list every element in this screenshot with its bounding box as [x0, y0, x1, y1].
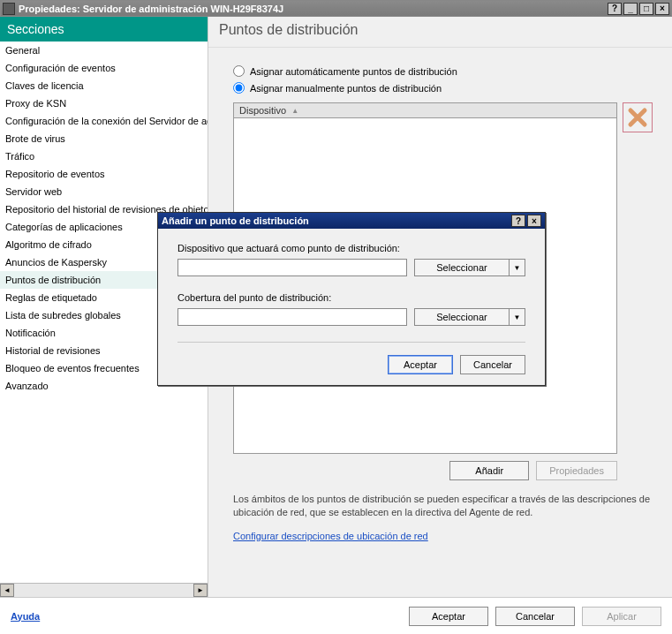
ok-button[interactable]: Aceptar	[409, 607, 488, 626]
scroll-right-button[interactable]: ►	[193, 584, 208, 597]
sidebar-scrollbar[interactable]: ◄ ►	[0, 583, 208, 597]
dialog-title: Añadir un punto de distribución	[162, 215, 510, 226]
add-button[interactable]: Añadir	[449, 461, 529, 480]
maximize-button[interactable]: □	[639, 3, 653, 15]
apply-button-label: Aplicar	[607, 611, 637, 622]
device-field-label: Dispositivo que actuará como punto de di…	[177, 243, 525, 253]
radio-manual-label: Asignar manualmente puntos de distribuci…	[250, 83, 442, 94]
sidebar-item[interactable]: Claves de licencia	[0, 77, 208, 94]
radio-manual-assign[interactable]: Asignar manualmente puntos de distribuci…	[233, 82, 656, 94]
window-title: Propiedades: Servidor de administración …	[19, 4, 606, 14]
dialog-footer: Ayuda Aceptar Cancelar Aplicar	[0, 597, 672, 634]
sidebar-header: Secciones	[0, 17, 208, 42]
add-distribution-point-dialog: Añadir un punto de distribución ? × Disp…	[157, 212, 546, 386]
dialog-cancel-label: Cancelar	[473, 359, 512, 370]
device-select-label: Seleccionar	[436, 262, 487, 273]
add-button-label: Añadir	[475, 465, 503, 476]
device-select-dropdown[interactable]: ▼	[510, 259, 525, 276]
app-icon	[3, 3, 15, 15]
sidebar-item[interactable]: Tráfico	[0, 147, 208, 165]
scroll-left-button[interactable]: ◄	[0, 584, 14, 597]
radio-manual-input[interactable]	[233, 82, 245, 94]
sidebar-item[interactable]: Servidor web	[0, 183, 208, 200]
device-input[interactable]	[177, 259, 407, 276]
minimize-button[interactable]: _	[623, 3, 638, 15]
help-button[interactable]: ?	[608, 3, 622, 15]
dialog-ok-button[interactable]: Aceptar	[388, 355, 453, 374]
coverage-select-button[interactable]: Seleccionar	[414, 308, 510, 326]
list-column-header[interactable]: Dispositivo ▲	[233, 102, 617, 118]
coverage-select-dropdown[interactable]: ▼	[510, 308, 525, 326]
help-link[interactable]: Ayuda	[11, 611, 40, 622]
configure-link[interactable]: Configurar descripciones de ubicación de…	[233, 531, 428, 541]
sidebar-item[interactable]: Configuración de la conexión del Servido…	[0, 112, 208, 130]
sidebar-item[interactable]: Proxy de KSN	[0, 94, 208, 112]
radio-auto-label: Asignar automáticamente puntos de distri…	[250, 66, 457, 77]
dialog-help-button[interactable]: ?	[511, 215, 525, 227]
properties-button[interactable]: Propiedades	[536, 461, 617, 480]
scroll-track[interactable]	[14, 584, 193, 597]
dialog-titlebar[interactable]: Añadir un punto de distribución ? ×	[158, 213, 545, 229]
sort-indicator-icon: ▲	[291, 107, 298, 115]
separator	[177, 342, 525, 343]
x-icon	[627, 107, 648, 128]
column-device-label: Dispositivo	[239, 105, 286, 116]
dialog-ok-label: Aceptar	[404, 359, 437, 370]
radio-auto-input[interactable]	[233, 65, 245, 77]
coverage-field-label: Cobertura del punto de distribución:	[177, 292, 525, 303]
device-select-button[interactable]: Seleccionar	[414, 259, 510, 276]
coverage-input[interactable]	[177, 308, 407, 326]
sidebar-item[interactable]: Configuración de eventos	[0, 59, 208, 77]
info-text: Los ámbitos de los puntos de distribució…	[233, 493, 656, 520]
properties-button-label: Propiedades	[549, 465, 604, 476]
window-titlebar: Propiedades: Servidor de administración …	[0, 0, 672, 17]
close-button[interactable]: ×	[655, 3, 669, 15]
sidebar-item[interactable]: General	[0, 42, 208, 59]
ok-button-label: Aceptar	[432, 611, 465, 622]
cancel-button[interactable]: Cancelar	[495, 607, 575, 626]
dialog-close-button[interactable]: ×	[527, 215, 541, 227]
sidebar-item[interactable]: Repositorio de eventos	[0, 165, 208, 183]
dialog-cancel-button[interactable]: Cancelar	[460, 355, 525, 374]
radio-auto-assign[interactable]: Asignar automáticamente puntos de distri…	[233, 65, 656, 77]
remove-button[interactable]	[623, 102, 653, 132]
page-title: Puntos de distribución	[208, 17, 672, 48]
sidebar-item[interactable]: Brote de virus	[0, 130, 208, 147]
coverage-select-label: Seleccionar	[436, 312, 487, 322]
cancel-button-label: Cancelar	[516, 611, 555, 622]
apply-button[interactable]: Aplicar	[582, 607, 661, 626]
